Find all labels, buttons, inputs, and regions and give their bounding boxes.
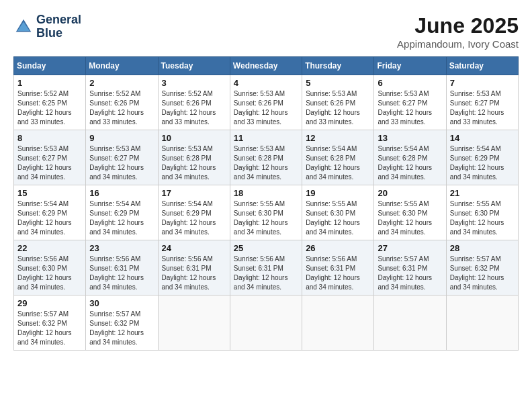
day-info: Sunrise: 5:52 AMSunset: 6:26 PMDaylight:…: [162, 90, 216, 126]
calendar-cell: 19 Sunrise: 5:55 AMSunset: 6:30 PMDaylig…: [302, 185, 374, 240]
header-row: SundayMondayTuesdayWednesdayThursdayFrid…: [14, 57, 519, 75]
day-number: 22: [17, 243, 82, 253]
day-info: Sunrise: 5:56 AMSunset: 6:31 PMDaylight:…: [89, 255, 144, 291]
day-info: Sunrise: 5:57 AMSunset: 6:32 PMDaylight:…: [450, 255, 504, 291]
day-info: Sunrise: 5:53 AMSunset: 6:28 PMDaylight:…: [162, 145, 216, 181]
calendar-cell: 3 Sunrise: 5:52 AMSunset: 6:26 PMDayligh…: [158, 75, 230, 130]
day-number: 10: [162, 133, 226, 143]
day-info: Sunrise: 5:56 AMSunset: 6:31 PMDaylight:…: [306, 255, 360, 291]
calendar-cell: 13 Sunrise: 5:54 AMSunset: 6:28 PMDaylig…: [374, 130, 446, 185]
day-info: Sunrise: 5:54 AMSunset: 6:28 PMDaylight:…: [306, 145, 360, 181]
day-number: 20: [378, 188, 442, 198]
day-number: 15: [17, 188, 82, 198]
day-number: 17: [162, 188, 226, 198]
calendar-cell: 9 Sunrise: 5:53 AMSunset: 6:27 PMDayligh…: [86, 130, 158, 185]
header: General Blue June 2025 Appimandoum, Ivor…: [13, 13, 519, 50]
calendar-week: 22 Sunrise: 5:56 AMSunset: 6:30 PMDaylig…: [14, 240, 519, 295]
logo: General Blue: [13, 13, 81, 40]
month-title: June 2025: [397, 13, 519, 38]
calendar-cell: 15 Sunrise: 5:54 AMSunset: 6:29 PMDaylig…: [14, 185, 86, 240]
calendar-cell: [158, 295, 230, 351]
calendar-week: 15 Sunrise: 5:54 AMSunset: 6:29 PMDaylig…: [14, 185, 519, 240]
day-info: Sunrise: 5:57 AMSunset: 6:32 PMDaylight:…: [89, 310, 144, 346]
title-area: June 2025 Appimandoum, Ivory Coast: [397, 13, 519, 50]
day-number: 13: [378, 133, 442, 143]
day-info: Sunrise: 5:53 AMSunset: 6:27 PMDaylight:…: [450, 90, 504, 126]
calendar-cell: 26 Sunrise: 5:56 AMSunset: 6:31 PMDaylig…: [302, 240, 374, 295]
calendar-cell: 16 Sunrise: 5:54 AMSunset: 6:29 PMDaylig…: [86, 185, 158, 240]
day-info: Sunrise: 5:56 AMSunset: 6:31 PMDaylight:…: [162, 255, 216, 291]
day-info: Sunrise: 5:56 AMSunset: 6:30 PMDaylight:…: [17, 255, 72, 291]
calendar-cell: 1 Sunrise: 5:52 AMSunset: 6:25 PMDayligh…: [14, 75, 86, 130]
logo-text: General Blue: [36, 13, 81, 40]
calendar-cell: 10 Sunrise: 5:53 AMSunset: 6:28 PMDaylig…: [158, 130, 230, 185]
calendar-cell: 21 Sunrise: 5:55 AMSunset: 6:30 PMDaylig…: [446, 185, 518, 240]
header-day: Wednesday: [230, 57, 302, 75]
calendar-cell: 18 Sunrise: 5:55 AMSunset: 6:30 PMDaylig…: [230, 185, 302, 240]
calendar-table: SundayMondayTuesdayWednesdayThursdayFrid…: [13, 56, 519, 351]
calendar-cell: 7 Sunrise: 5:53 AMSunset: 6:27 PMDayligh…: [446, 75, 518, 130]
day-number: 16: [89, 188, 154, 198]
day-number: 14: [450, 133, 515, 143]
day-info: Sunrise: 5:53 AMSunset: 6:27 PMDaylight:…: [378, 90, 432, 126]
day-info: Sunrise: 5:56 AMSunset: 6:31 PMDaylight:…: [234, 255, 288, 291]
calendar-cell: [374, 295, 446, 351]
calendar-cell: 12 Sunrise: 5:54 AMSunset: 6:28 PMDaylig…: [302, 130, 374, 185]
day-number: 23: [89, 243, 154, 253]
day-info: Sunrise: 5:55 AMSunset: 6:30 PMDaylight:…: [306, 200, 360, 236]
calendar-cell: 22 Sunrise: 5:56 AMSunset: 6:30 PMDaylig…: [14, 240, 86, 295]
day-info: Sunrise: 5:52 AMSunset: 6:26 PMDaylight:…: [89, 90, 144, 126]
calendar-week: 8 Sunrise: 5:53 AMSunset: 6:27 PMDayligh…: [14, 130, 519, 185]
day-info: Sunrise: 5:54 AMSunset: 6:29 PMDaylight:…: [450, 145, 504, 181]
day-info: Sunrise: 5:53 AMSunset: 6:26 PMDaylight:…: [234, 90, 288, 126]
day-info: Sunrise: 5:53 AMSunset: 6:27 PMDaylight:…: [17, 145, 72, 181]
calendar-cell: 17 Sunrise: 5:54 AMSunset: 6:29 PMDaylig…: [158, 185, 230, 240]
day-info: Sunrise: 5:57 AMSunset: 6:32 PMDaylight:…: [17, 310, 72, 346]
calendar-cell: 28 Sunrise: 5:57 AMSunset: 6:32 PMDaylig…: [446, 240, 518, 295]
calendar-cell: 4 Sunrise: 5:53 AMSunset: 6:26 PMDayligh…: [230, 75, 302, 130]
day-number: 12: [306, 133, 370, 143]
day-number: 4: [234, 78, 298, 88]
day-number: 8: [17, 133, 82, 143]
header-day: Saturday: [446, 57, 518, 75]
day-info: Sunrise: 5:57 AMSunset: 6:31 PMDaylight:…: [378, 255, 432, 291]
calendar-cell: [446, 295, 518, 351]
calendar-week: 29 Sunrise: 5:57 AMSunset: 6:32 PMDaylig…: [14, 295, 519, 351]
day-number: 26: [306, 243, 370, 253]
day-number: 6: [378, 78, 442, 88]
day-number: 28: [450, 243, 515, 253]
day-info: Sunrise: 5:53 AMSunset: 6:28 PMDaylight:…: [234, 145, 288, 181]
header-day: Monday: [86, 57, 158, 75]
calendar-cell: [302, 295, 374, 351]
calendar-week: 1 Sunrise: 5:52 AMSunset: 6:25 PMDayligh…: [14, 75, 519, 130]
day-number: 1: [17, 78, 82, 88]
header-day: Friday: [374, 57, 446, 75]
day-info: Sunrise: 5:54 AMSunset: 6:29 PMDaylight:…: [162, 200, 216, 236]
calendar-cell: 8 Sunrise: 5:53 AMSunset: 6:27 PMDayligh…: [14, 130, 86, 185]
day-number: 2: [89, 78, 154, 88]
calendar-cell: 2 Sunrise: 5:52 AMSunset: 6:26 PMDayligh…: [86, 75, 158, 130]
calendar-cell: 29 Sunrise: 5:57 AMSunset: 6:32 PMDaylig…: [14, 295, 86, 351]
day-number: 3: [162, 78, 226, 88]
day-number: 19: [306, 188, 370, 198]
calendar-cell: 6 Sunrise: 5:53 AMSunset: 6:27 PMDayligh…: [374, 75, 446, 130]
day-number: 21: [450, 188, 515, 198]
day-info: Sunrise: 5:54 AMSunset: 6:29 PMDaylight:…: [17, 200, 72, 236]
calendar-cell: 24 Sunrise: 5:56 AMSunset: 6:31 PMDaylig…: [158, 240, 230, 295]
day-number: 27: [378, 243, 442, 253]
day-number: 7: [450, 78, 515, 88]
header-day: Tuesday: [158, 57, 230, 75]
day-info: Sunrise: 5:55 AMSunset: 6:30 PMDaylight:…: [450, 200, 504, 236]
header-day: Thursday: [302, 57, 374, 75]
day-info: Sunrise: 5:54 AMSunset: 6:29 PMDaylight:…: [89, 200, 144, 236]
day-number: 30: [89, 298, 154, 308]
calendar-cell: 25 Sunrise: 5:56 AMSunset: 6:31 PMDaylig…: [230, 240, 302, 295]
calendar-cell: 30 Sunrise: 5:57 AMSunset: 6:32 PMDaylig…: [86, 295, 158, 351]
day-info: Sunrise: 5:55 AMSunset: 6:30 PMDaylight:…: [234, 200, 288, 236]
day-number: 29: [17, 298, 82, 308]
logo-icon: [13, 17, 34, 37]
day-info: Sunrise: 5:55 AMSunset: 6:30 PMDaylight:…: [378, 200, 432, 236]
day-info: Sunrise: 5:54 AMSunset: 6:28 PMDaylight:…: [378, 145, 432, 181]
calendar-cell: [230, 295, 302, 351]
day-number: 25: [234, 243, 298, 253]
